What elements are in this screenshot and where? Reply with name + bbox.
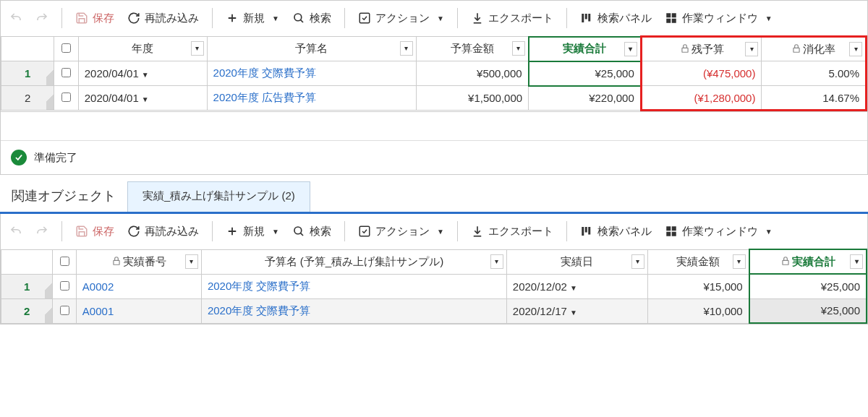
row-number[interactable]: 2 — [1, 86, 54, 111]
col-filter-icon[interactable]: ▾ — [733, 254, 746, 269]
cell-remaining[interactable]: (¥475,000) — [641, 61, 762, 86]
cell-rate[interactable]: 14.67% — [762, 86, 867, 111]
row-checkbox[interactable] — [60, 306, 69, 315]
cell-actual[interactable]: ¥25,000 — [529, 61, 642, 86]
action-button[interactable]: アクション ▼ — [358, 12, 444, 25]
col-actual-total[interactable]: 実績合計▾ — [749, 249, 867, 274]
cell-amount[interactable]: ¥500,000 — [416, 61, 529, 86]
dropdown-icon[interactable]: ▼ — [142, 95, 149, 103]
cell-date[interactable]: 2020/12/17▼ — [506, 298, 647, 323]
new-button[interactable]: 新規▼ — [226, 225, 279, 238]
col-filter-icon[interactable]: ▾ — [185, 254, 198, 269]
cell-total[interactable]: ¥25,000 — [749, 298, 867, 323]
dropdown-icon[interactable]: ▼ — [272, 14, 279, 22]
cell-amount[interactable]: ¥1,500,000 — [416, 86, 529, 111]
select-all-header[interactable] — [54, 37, 78, 61]
action-button[interactable]: アクション▼ — [358, 225, 444, 238]
search-button[interactable]: 検索 — [292, 225, 331, 238]
export-button[interactable]: エクスポート — [471, 225, 553, 238]
dropdown-icon[interactable]: ▼ — [570, 309, 577, 317]
svg-point-0 — [294, 14, 302, 21]
related-tab[interactable]: 実績_積み上げ集計サンプル (2) — [127, 181, 310, 212]
cell-year[interactable]: 2020/04/01▼ — [78, 86, 207, 111]
cell-budget-name[interactable]: 2020年度 交際費予算 — [201, 274, 506, 298]
table-row[interactable]: 2 2020/04/01▼ 2020年度 広告費予算 ¥1,500,000 ¥2… — [1, 86, 867, 111]
dropdown-icon[interactable]: ▼ — [765, 228, 773, 236]
cell-budget-name[interactable]: 2020年度 交際費予算 — [207, 61, 416, 86]
dropdown-icon[interactable]: ▼ — [437, 228, 444, 236]
work-window-button[interactable]: 作業ウィンドウ▼ — [665, 225, 773, 238]
cell-total[interactable]: ¥25,000 — [749, 274, 867, 298]
row-number[interactable]: 1 — [1, 61, 54, 86]
col-filter-icon[interactable]: ▾ — [191, 41, 204, 56]
redo-button[interactable] — [35, 225, 48, 238]
search-panel-button[interactable]: 検索パネル — [580, 225, 652, 238]
cell-rate[interactable]: 5.00% — [762, 61, 867, 86]
svg-rect-7 — [666, 19, 671, 23]
actual-table: 実績番号▾ 予算名 (予算_積み上げ集計サンプル)▾ 実績日▾ 実績金額▾ 実績… — [1, 249, 867, 324]
row-checkbox[interactable] — [61, 68, 71, 77]
dropdown-icon[interactable]: ▼ — [570, 284, 577, 292]
col-filter-icon[interactable]: ▾ — [624, 42, 637, 56]
row-checkbox[interactable] — [60, 281, 69, 291]
table-row[interactable]: 1 2020/04/01▼ 2020年度 交際費予算 ¥500,000 ¥25,… — [1, 61, 867, 86]
col-budget-amount[interactable]: 予算金額▾ — [416, 37, 529, 61]
col-actual-no[interactable]: 実績番号▾ — [76, 249, 201, 274]
col-budget-name[interactable]: 予算名▾ — [207, 37, 416, 61]
col-filter-icon[interactable]: ▾ — [745, 42, 758, 56]
dropdown-icon[interactable]: ▼ — [765, 14, 773, 22]
col-filter-icon[interactable]: ▾ — [849, 42, 862, 56]
col-actual-date[interactable]: 実績日▾ — [506, 249, 647, 274]
col-filter-icon[interactable]: ▾ — [850, 254, 863, 269]
status-ok-icon — [11, 150, 27, 165]
col-actual-amount[interactable]: 実績金額▾ — [647, 249, 749, 274]
cell-amount[interactable]: ¥10,000 — [647, 298, 749, 323]
cell-budget-name[interactable]: 2020年度 広告費予算 — [207, 86, 416, 111]
col-remaining[interactable]: 残予算▾ — [641, 37, 762, 61]
action-icon — [358, 225, 371, 238]
redo-button[interactable] — [35, 12, 48, 25]
select-all-checkbox[interactable] — [60, 257, 69, 266]
search-panel-button[interactable]: 検索パネル — [580, 12, 652, 25]
work-window-button[interactable]: 作業ウィンドウ ▼ — [665, 12, 773, 25]
reload-button[interactable]: 再読み込み — [127, 12, 199, 25]
table-row[interactable]: 2 A0001 2020年度 交際費予算 2020/12/17▼ ¥10,000… — [1, 298, 867, 323]
table-row[interactable]: 1 A0002 2020年度 交際費予算 2020/12/02▼ ¥15,000… — [1, 274, 867, 298]
reload-button[interactable]: 再読み込み — [127, 225, 199, 238]
save-button[interactable]: 保存 — [75, 225, 114, 238]
col-filter-icon[interactable]: ▾ — [490, 254, 503, 269]
select-all-checkbox[interactable] — [61, 43, 71, 53]
col-filter-icon[interactable]: ▾ — [631, 254, 644, 269]
col-filter-icon[interactable]: ▾ — [512, 41, 525, 56]
row-number[interactable]: 1 — [1, 274, 53, 298]
horizontal-scrollbar[interactable] — [1, 111, 867, 140]
corner-cell[interactable] — [1, 249, 53, 274]
cell-budget-name[interactable]: 2020年度 交際費予算 — [201, 298, 506, 323]
select-all-header[interactable] — [53, 249, 76, 274]
row-checkbox[interactable] — [61, 93, 71, 102]
cell-date[interactable]: 2020/12/02▼ — [506, 274, 647, 298]
col-filter-icon[interactable]: ▾ — [400, 41, 413, 56]
dropdown-icon[interactable]: ▼ — [437, 14, 444, 22]
search-icon — [292, 12, 305, 25]
row-number[interactable]: 2 — [1, 298, 53, 323]
cell-actual-no[interactable]: A0002 — [76, 274, 201, 298]
cell-actual-no[interactable]: A0001 — [76, 298, 201, 323]
col-usage-rate[interactable]: 消化率▾ — [762, 37, 867, 61]
export-button[interactable]: エクスポート — [471, 12, 553, 25]
search-button[interactable]: 検索 — [292, 12, 331, 25]
col-budget-name[interactable]: 予算名 (予算_積み上げ集計サンプル)▾ — [201, 249, 506, 274]
undo-button[interactable] — [9, 225, 22, 238]
cell-remaining[interactable]: (¥1,280,000) — [641, 86, 762, 111]
new-button[interactable]: 新規 ▼ — [226, 12, 279, 25]
corner-cell[interactable] — [1, 37, 54, 61]
undo-button[interactable] — [9, 12, 22, 25]
save-button[interactable]: 保存 — [75, 12, 114, 25]
cell-year[interactable]: 2020/04/01▼ — [78, 61, 207, 86]
col-year[interactable]: 年度▾ — [78, 37, 207, 61]
col-actual-total[interactable]: 実績合計▾ — [529, 37, 642, 61]
cell-amount[interactable]: ¥15,000 — [647, 274, 749, 298]
dropdown-icon[interactable]: ▼ — [272, 228, 279, 236]
cell-actual[interactable]: ¥220,000 — [529, 86, 642, 111]
dropdown-icon[interactable]: ▼ — [142, 71, 149, 79]
